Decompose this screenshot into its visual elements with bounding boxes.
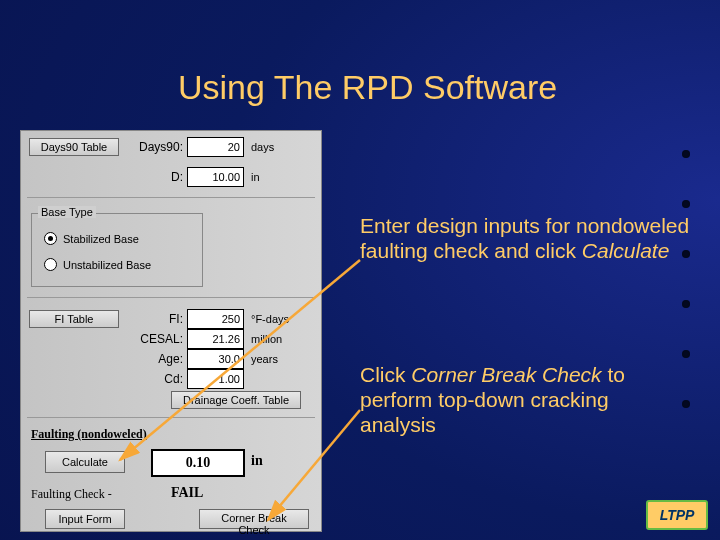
rpd-dialog-panel: Days90 Table Days90: days D: in Base Typ…: [20, 130, 322, 532]
fi-table-button[interactable]: FI Table: [29, 310, 119, 328]
fi-label: FI:: [139, 312, 183, 326]
cd-label: Cd:: [129, 372, 183, 386]
d-label: D:: [129, 170, 183, 184]
days90-input[interactable]: [187, 137, 244, 157]
fi-input[interactable]: [187, 309, 244, 329]
divider: [27, 297, 315, 298]
d-input[interactable]: [187, 167, 244, 187]
result-unit: in: [251, 453, 263, 469]
divider: [27, 417, 315, 418]
days90-unit: days: [251, 141, 274, 153]
divider: [27, 197, 315, 198]
base-type-group: Base Type Stabilized Base Unstabilized B…: [31, 213, 203, 287]
instruction-1: Enter design inputs for nondoweled fault…: [360, 213, 690, 263]
cesal-label: CESAL:: [129, 332, 183, 346]
days90-table-button[interactable]: Days90 Table: [29, 138, 119, 156]
cesal-input[interactable]: [187, 329, 244, 349]
calculate-button[interactable]: Calculate: [45, 451, 125, 473]
radio-unstabilized-label: Unstabilized Base: [63, 259, 151, 271]
decorative-bullets: [670, 140, 720, 520]
cd-input[interactable]: [187, 369, 244, 389]
radio-unstabilized[interactable]: Unstabilized Base: [44, 258, 151, 271]
input-form-button[interactable]: Input Form: [45, 509, 125, 529]
instruction-2-text-a: Click: [360, 363, 411, 386]
radio-dot-icon: [44, 258, 57, 271]
instruction-2: Click Corner Break Check to perform top-…: [360, 362, 690, 438]
radio-dot-icon: [44, 232, 57, 245]
faulting-check-result: FAIL: [171, 485, 203, 501]
faulting-check-label: Faulting Check -: [31, 487, 112, 502]
instruction-1-emph: Calculate: [582, 239, 670, 262]
age-unit: years: [251, 353, 278, 365]
faulting-section-header: Faulting (nondoweled): [31, 427, 147, 442]
drainage-table-button[interactable]: Drainage Coeff. Table: [171, 391, 301, 409]
fi-unit: °F-days: [251, 313, 289, 325]
radio-stabilized[interactable]: Stabilized Base: [44, 232, 139, 245]
corner-break-check-button[interactable]: Corner Break Check: [199, 509, 309, 529]
base-type-legend: Base Type: [38, 206, 96, 218]
radio-stabilized-label: Stabilized Base: [63, 233, 139, 245]
faulting-result: 0.10: [151, 449, 245, 477]
slide-title: Using The RPD Software: [178, 68, 557, 107]
d-unit: in: [251, 171, 260, 183]
ltpp-logo: LTPP: [646, 500, 708, 530]
age-input[interactable]: [187, 349, 244, 369]
cesal-unit: million: [251, 333, 282, 345]
instruction-2-emph: Corner Break Check: [411, 363, 601, 386]
days90-label: Days90:: [129, 140, 183, 154]
age-label: Age:: [129, 352, 183, 366]
